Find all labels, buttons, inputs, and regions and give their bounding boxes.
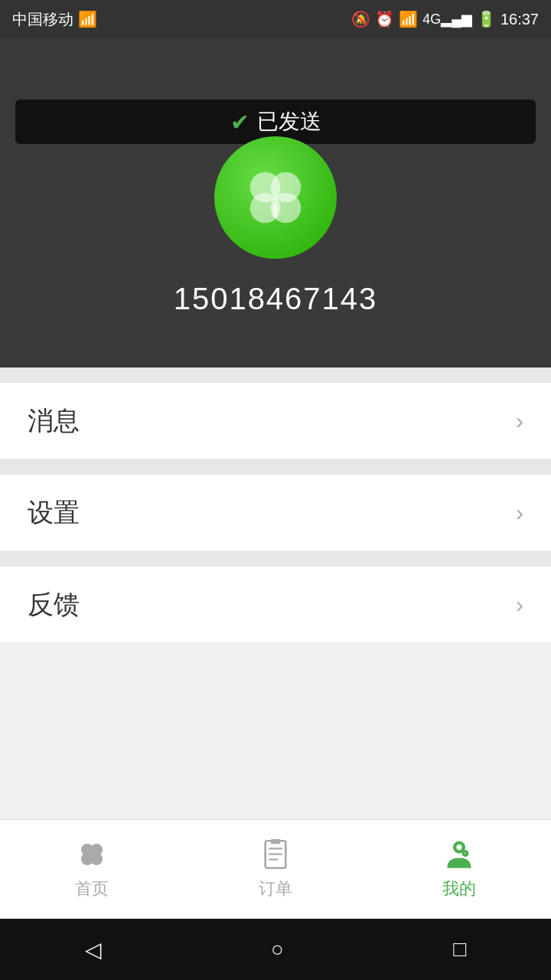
clock-label: 16:37 (500, 11, 539, 28)
section-separator-1 (0, 368, 551, 383)
nav-item-orders[interactable]: 订单 (184, 839, 367, 900)
svg-rect-14 (271, 839, 280, 844)
nav-item-home[interactable]: 首页 (0, 839, 184, 900)
empty-space (0, 643, 551, 766)
menu-section-feedback: 反馈 › (0, 567, 551, 643)
nav-label-home: 首页 (75, 877, 109, 900)
svg-rect-9 (91, 858, 93, 863)
avatar (214, 136, 337, 259)
bottom-nav: 首页 订单 + 我的 (0, 819, 551, 919)
wifi-icon: 📶 (399, 10, 418, 28)
signal-icon: 4G▂▄▆ (422, 11, 472, 28)
chevron-icon-feedback: › (516, 592, 523, 618)
battery-icon: 🔋 (477, 10, 496, 28)
profile-header: ✔ 已发送 15018467143 (0, 38, 551, 368)
menu-item-messages[interactable]: 消息 › (0, 383, 551, 459)
check-icon: ✔ (230, 109, 249, 136)
sent-label: 已发送 (257, 107, 321, 136)
menu-label-feedback: 反馈 (28, 587, 80, 622)
menu-item-feedback[interactable]: 反馈 › (0, 567, 551, 643)
alarm-icon: ⏰ (375, 10, 394, 28)
nav-label-mine: 我的 (442, 877, 476, 900)
nav-label-orders: 订单 (259, 877, 292, 900)
mine-nav-icon: + (445, 839, 473, 873)
recent-button[interactable]: □ (453, 937, 466, 962)
carrier-label: 中国移动 (12, 9, 73, 30)
status-right: 🔕 ⏰ 📶 4G▂▄▆ 🔋 16:37 (351, 10, 539, 28)
chevron-icon-messages: › (516, 408, 523, 434)
menu-section: 消息 › (0, 383, 551, 459)
status-left: 中国移动 📶 (12, 9, 97, 30)
chevron-icon-settings: › (516, 500, 523, 526)
phone-number: 15018467143 (174, 282, 378, 316)
back-button[interactable]: ◁ (85, 937, 102, 962)
section-gap-1 (0, 459, 551, 475)
section-gap-2 (0, 551, 551, 567)
orders-nav-icon (262, 839, 289, 873)
menu-label-messages: 消息 (28, 403, 80, 439)
menu-label-settings: 设置 (28, 495, 80, 531)
status-bar: 中国移动 📶 🔕 ⏰ 📶 4G▂▄▆ 🔋 16:37 (0, 0, 551, 38)
android-nav-bar: ◁ ○ □ (0, 919, 551, 980)
menu-section-settings: 设置 › (0, 475, 551, 551)
sim-icon: 📶 (78, 10, 97, 28)
mute-icon: 🔕 (351, 10, 370, 28)
svg-point-16 (456, 844, 461, 850)
svg-rect-4 (273, 204, 277, 218)
clover-icon (241, 163, 310, 232)
svg-text:+: + (464, 851, 466, 855)
menu-item-settings[interactable]: 设置 › (0, 475, 551, 551)
home-nav-icon (77, 839, 107, 873)
home-button[interactable]: ○ (271, 937, 284, 962)
nav-item-mine[interactable]: + 我的 (367, 839, 551, 900)
